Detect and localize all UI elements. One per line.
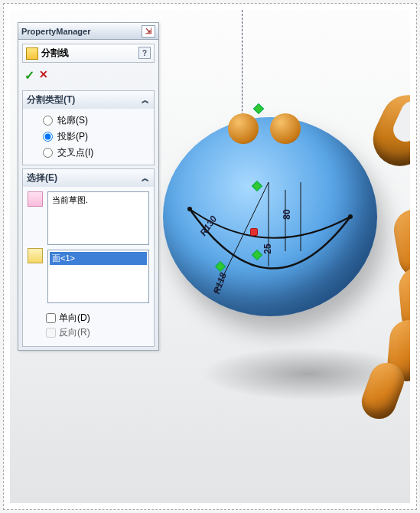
group-title: 选择(E) <box>27 172 57 185</box>
list-item[interactable]: 当前草图. <box>50 194 147 207</box>
cancel-button[interactable]: ✕ <box>39 68 48 83</box>
panel-title: PropertyManager <box>21 27 142 36</box>
property-manager-panel: PropertyManager ⇲ 分割线 ? ✓ ✕ 分割类型(T) ︽ <box>18 22 159 351</box>
face-selection-icon <box>28 248 43 263</box>
chevron-up-icon: ︽ <box>142 95 149 106</box>
sketch-selection-icon <box>28 191 43 207</box>
list-item[interactable]: 面<1> <box>50 252 147 265</box>
sketch-point[interactable] <box>253 103 264 114</box>
group-split-type: 分割类型(T) ︽ 轮廓(S) 投影(P) 交叉点(I) <box>22 90 155 165</box>
dimension-label[interactable]: 25 <box>262 243 273 253</box>
panel-header: PropertyManager ⇲ <box>18 23 158 40</box>
chevron-up-icon: ︽ <box>142 173 149 184</box>
dimension-label[interactable]: 80 <box>282 209 292 219</box>
radio-projection[interactable]: 投影(P) <box>29 129 148 145</box>
group-header[interactable]: 分割类型(T) ︽ <box>23 91 154 109</box>
sketch-listbox[interactable]: 当前草图. <box>47 191 149 245</box>
split-line-icon <box>26 47 38 60</box>
group-header[interactable]: 选择(E) ︽ <box>23 169 154 187</box>
graphics-viewport[interactable]: R130 R118 25 80 PropertyManager ⇲ 分割线 ? … <box>10 10 410 503</box>
group-selection: 选择(E) ︽ 当前草图. 面<1> <box>22 168 155 347</box>
pin-icon[interactable]: ⇲ <box>142 25 155 38</box>
app-frame: R130 R118 25 80 PropertyManager ⇲ 分割线 ? … <box>3 3 417 510</box>
feature-title-bar: 分割线 ? <box>22 44 155 63</box>
crab-claw <box>354 87 410 171</box>
crab-eye <box>228 113 259 144</box>
help-icon[interactable]: ? <box>138 47 151 59</box>
crab-eye <box>270 113 301 144</box>
model-scene: R130 R118 25 80 <box>155 71 410 439</box>
sketch-origin[interactable] <box>250 228 258 236</box>
radio-intersection[interactable]: 交叉点(I) <box>29 145 148 161</box>
crab-body <box>163 117 377 316</box>
checkbox-single-direction[interactable]: 单向(D) <box>46 311 148 325</box>
checkbox-reverse[interactable]: 反向(R) <box>46 325 148 340</box>
ok-button[interactable]: ✓ <box>24 68 34 83</box>
feature-title: 分割线 <box>41 47 69 60</box>
face-listbox[interactable]: 面<1> <box>47 250 149 303</box>
confirm-row: ✓ ✕ <box>18 67 158 87</box>
radio-outline[interactable]: 轮廓(S) <box>29 113 148 129</box>
group-title: 分割类型(T) <box>27 93 75 106</box>
